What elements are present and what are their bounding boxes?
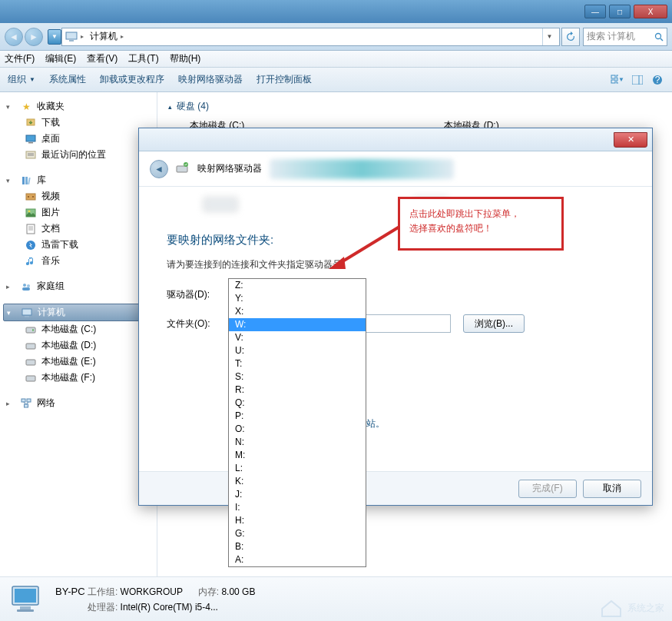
drive-option[interactable]: Y: (229, 292, 366, 305)
disk-icon (25, 324, 37, 336)
website-link[interactable]: 站。 (366, 418, 385, 429)
dialog-header: ◄ 映射网络驱动器 (139, 151, 652, 187)
drive-option[interactable]: X: (229, 305, 366, 318)
browse-button[interactable]: 浏览(B)... (463, 314, 525, 333)
svg-rect-1 (69, 40, 74, 42)
collapse-icon[interactable]: ▾ (7, 309, 16, 317)
drive-option[interactable]: R: (229, 384, 366, 397)
history-dropdown[interactable]: ▼ (48, 29, 61, 45)
minimize-button[interactable]: — (584, 5, 606, 18)
computer-large-icon (9, 583, 46, 616)
view-options-icon[interactable]: ▼ (611, 73, 624, 87)
dialog-close-button[interactable]: ✕ (614, 132, 647, 148)
drive-option[interactable]: A: (229, 553, 366, 566)
svg-point-23 (32, 196, 34, 198)
sidebar-homegroup[interactable]: ▸家庭组 (3, 278, 154, 294)
drive-option[interactable]: B: (229, 540, 366, 553)
sidebar-pictures[interactable]: 图片 (3, 204, 154, 221)
toolbar-mapdrive[interactable]: 映射网络驱动器 (178, 73, 243, 86)
drive-option[interactable]: M: (229, 449, 366, 462)
drive-option[interactable]: U: (229, 344, 366, 357)
sidebar-recent[interactable]: 最近访问的位置 (3, 147, 154, 163)
address-dropdown[interactable]: ▼ (542, 28, 556, 45)
sidebar-disk-f[interactable]: 本地磁盘 (F:) (3, 370, 154, 386)
drive-option[interactable]: Q: (229, 397, 366, 410)
svg-rect-52 (204, 198, 237, 211)
sidebar-label: 本地磁盘 (D:) (41, 339, 96, 352)
sidebar-downloads[interactable]: 下载 (3, 115, 154, 131)
sidebar-computer[interactable]: ▾计算机 (3, 304, 154, 321)
sidebar-favorites[interactable]: ▾ ★ 收藏夹 (3, 98, 154, 115)
cancel-button[interactable]: 取消 (583, 480, 641, 498)
breadcrumb-root[interactable]: ▸ (78, 28, 87, 45)
drive-option[interactable]: V: (229, 331, 366, 344)
dialog-back-button[interactable]: ◄ (150, 160, 168, 178)
document-icon (25, 223, 37, 235)
sidebar-desktop[interactable]: 桌面 (3, 131, 154, 147)
sidebar-videos[interactable]: 视频 (3, 188, 154, 204)
finish-button[interactable]: 完成(F) (518, 480, 577, 498)
drive-option[interactable]: N: (229, 436, 366, 449)
sidebar-libraries[interactable]: ▾库 (3, 172, 154, 188)
drive-letter-dropdown[interactable]: Z:Y:X:W:V:U:T:S:R:Q:P:O:N:M:L:K:J:I:H:G:… (228, 278, 366, 567)
sidebar-network[interactable]: ▸网络 (3, 395, 154, 411)
harddisk-section-header[interactable]: ▴ 硬盘 (4) (168, 100, 661, 113)
menu-tools[interactable]: 工具(T) (128, 52, 158, 65)
sidebar-disk-d[interactable]: 本地磁盘 (D:) (3, 337, 154, 354)
svg-rect-26 (27, 224, 35, 234)
address-bar[interactable]: ▸ 计算机 ▸ ▼ (61, 28, 560, 46)
svg-rect-34 (22, 309, 31, 315)
drive-option[interactable]: H: (229, 514, 366, 527)
drive-option[interactable]: G: (229, 527, 366, 540)
drive-option[interactable]: T: (229, 357, 366, 370)
drive-option[interactable]: K: (229, 475, 366, 488)
drive-option[interactable]: O: (229, 423, 366, 436)
menu-view[interactable]: 查看(V) (87, 52, 118, 65)
drive-option[interactable]: P: (229, 410, 366, 423)
sidebar-xunlei[interactable]: 迅雷下载 (3, 237, 154, 253)
drive-option[interactable]: J: (229, 488, 366, 501)
folder-label: 文件夹(O): (167, 317, 228, 330)
svg-point-2 (656, 33, 661, 38)
status-mem-label: 内存: (198, 586, 219, 597)
back-button[interactable]: ◄ (5, 28, 23, 46)
toolbar-controlpanel[interactable]: 打开控制面板 (257, 73, 312, 86)
drive-option[interactable]: I: (229, 501, 366, 514)
download-icon (25, 117, 37, 129)
preview-pane-icon[interactable] (631, 73, 644, 87)
sidebar-label: 本地磁盘 (C:) (41, 323, 96, 336)
sidebar-music[interactable]: 音乐 (3, 253, 154, 269)
drive-option[interactable]: S: (229, 370, 366, 384)
recent-icon (25, 149, 37, 161)
svg-rect-33 (22, 287, 30, 291)
help-icon[interactable]: ? (650, 73, 664, 87)
toolbar-sysprop[interactable]: 系统属性 (49, 73, 86, 86)
sidebar-documents[interactable]: 文档 (3, 221, 154, 237)
drive-option[interactable]: L: (229, 462, 366, 475)
svg-rect-13 (26, 135, 35, 141)
drive-option[interactable]: W: (229, 318, 366, 331)
menu-help[interactable]: 帮助(H) (170, 52, 201, 65)
toolbar-organize[interactable]: 组织▼ (8, 73, 35, 86)
sidebar-disk-c[interactable]: 本地磁盘 (C:) (3, 321, 154, 337)
menu-file[interactable]: 文件(F) (5, 52, 35, 65)
toolbar-uninstall[interactable]: 卸载或更改程序 (100, 73, 164, 86)
music-icon (25, 255, 37, 267)
collapse-icon[interactable]: ▾ (6, 103, 15, 111)
sidebar-disk-e[interactable]: 本地磁盘 (E:) (3, 354, 154, 370)
search-input[interactable]: 搜索 计算机 (583, 28, 667, 46)
svg-rect-6 (611, 80, 615, 83)
menu-edit[interactable]: 编辑(E) (45, 52, 76, 65)
drive-option[interactable]: Z: (229, 279, 366, 292)
svg-point-32 (27, 284, 30, 287)
close-button[interactable]: X (634, 5, 667, 18)
maximize-button[interactable]: □ (609, 5, 631, 18)
svg-rect-20 (28, 177, 31, 184)
forward-button[interactable]: ► (25, 28, 43, 46)
breadcrumb-computer[interactable]: 计算机 ▸ (87, 28, 127, 45)
refresh-button[interactable] (561, 28, 580, 46)
sidebar-label: 计算机 (38, 306, 65, 319)
collapse-icon[interactable]: ▴ (168, 103, 172, 111)
star-icon: ★ (20, 101, 32, 113)
collapse-icon[interactable]: ▾ (6, 177, 15, 184)
